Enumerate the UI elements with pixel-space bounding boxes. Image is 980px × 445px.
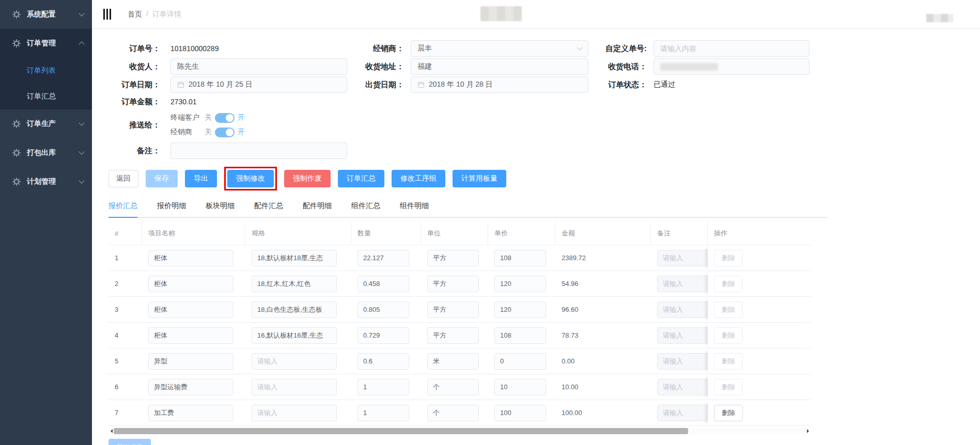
toolbar-button-返回[interactable]: 返回 <box>108 170 138 187</box>
gear-icon <box>12 120 21 128</box>
ship-date-picker[interactable]: 2018 年 10 月 28 日 <box>411 76 588 93</box>
add-item-button[interactable]: 新增项目 <box>108 439 151 445</box>
toggle-knob <box>226 129 234 136</box>
phone-input[interactable] <box>654 58 810 75</box>
unit-input[interactable] <box>427 301 479 318</box>
scrollbar-thumb[interactable] <box>114 428 688 434</box>
censored-phone-value <box>660 63 718 71</box>
tab-组件汇总[interactable]: 组件汇总 <box>351 196 380 217</box>
quantity-input[interactable] <box>357 353 409 370</box>
remark-input[interactable] <box>170 142 347 159</box>
ship-date-value: 2018 年 10 月 28 日 <box>429 80 493 89</box>
sidebar-item-label: 计划管理 <box>27 177 80 186</box>
toolbar-button-导出[interactable]: 导出 <box>185 170 217 187</box>
unit-price-input[interactable] <box>494 405 546 421</box>
quantity-input[interactable] <box>357 327 409 344</box>
tab-报价明细[interactable]: 报价明细 <box>157 196 186 217</box>
unit-input[interactable] <box>427 276 479 292</box>
unit-input[interactable] <box>427 379 479 395</box>
toggle-switch[interactable] <box>215 128 235 137</box>
row-index: 3 <box>108 297 142 322</box>
spec-input[interactable] <box>252 327 337 344</box>
custom-no-input[interactable] <box>654 40 810 57</box>
sidebar-subitem-订单列表[interactable]: 订单列表 <box>0 58 92 84</box>
unit-price-input[interactable] <box>494 353 546 370</box>
breadcrumb-home[interactable]: 首页 <box>128 10 142 18</box>
horizontal-scrollbar[interactable] <box>108 427 811 435</box>
item-name-input[interactable] <box>148 301 234 318</box>
calendar-icon <box>177 81 184 88</box>
item-name-input[interactable] <box>148 276 234 292</box>
toolbar-button-保存[interactable]: 保存 <box>146 170 178 187</box>
quantity-input[interactable] <box>357 276 409 292</box>
sidebar-item-打包出库[interactable]: 打包出库 <box>0 138 92 167</box>
unit-price-input[interactable] <box>494 327 546 344</box>
unit-input[interactable] <box>427 327 479 344</box>
order-no-value: 101810000289 <box>170 44 347 53</box>
unit-input[interactable] <box>427 405 479 421</box>
item-name-input[interactable] <box>148 250 234 266</box>
unit-price-input[interactable] <box>494 301 546 318</box>
sidebar-item-系统配置[interactable]: 系统配置 <box>0 0 92 29</box>
address-input[interactable] <box>411 58 588 75</box>
toggle-switch[interactable] <box>215 113 235 123</box>
sidebar: 系统配置订单管理订单列表订单汇总订单生产打包出库计划管理 <box>0 0 92 445</box>
sidebar-item-订单管理[interactable]: 订单管理 <box>0 29 92 58</box>
spec-input[interactable] <box>252 405 337 421</box>
unit-price-input[interactable] <box>494 250 546 266</box>
toolbar-button-修改工序组[interactable]: 修改工序组 <box>392 170 445 187</box>
tab-板块明细[interactable]: 板块明细 <box>206 196 235 217</box>
item-name-input[interactable] <box>148 405 234 421</box>
quantity-input[interactable] <box>357 250 409 266</box>
row-remark-input <box>657 276 708 292</box>
column-header: 单价 <box>488 222 555 245</box>
spec-input[interactable] <box>252 353 337 370</box>
dealer-select[interactable]: 晨丰 <box>411 40 588 57</box>
column-header: 单位 <box>421 222 488 245</box>
tab-配件明细[interactable]: 配件明细 <box>303 196 332 217</box>
amount-value: 2730.01 <box>170 98 197 106</box>
order-date-picker[interactable]: 2018 年 10 月 25 日 <box>170 76 347 93</box>
item-name-input[interactable] <box>148 327 234 344</box>
unit-price-input[interactable] <box>494 276 546 292</box>
item-name-input[interactable] <box>148 379 234 395</box>
item-name-input[interactable] <box>148 353 234 370</box>
spec-input[interactable] <box>252 276 337 292</box>
sidebar-subitem-订单汇总[interactable]: 订单汇总 <box>0 84 92 109</box>
top-bar: 首页/订单详情 <box>92 0 980 29</box>
unit-price-input[interactable] <box>494 379 546 395</box>
tab-配件汇总[interactable]: 配件汇总 <box>254 196 283 217</box>
row-index: 4 <box>108 323 142 348</box>
consignee-input[interactable] <box>170 58 347 75</box>
toolbar-button-订单汇总[interactable]: 订单汇总 <box>338 170 384 187</box>
quantity-input[interactable] <box>357 405 409 421</box>
quantity-input[interactable] <box>357 379 409 395</box>
breadcrumb-current: 订单详情 <box>152 10 181 18</box>
phone-label: 收货电话： <box>588 62 647 72</box>
quantity-input[interactable] <box>357 301 409 318</box>
sidebar-item-label: 订单管理 <box>27 39 80 48</box>
tab-报价汇总[interactable]: 报价汇总 <box>108 196 137 218</box>
toolbar-button-强制修改[interactable]: 强制修改 <box>227 170 274 187</box>
toolbar-button-强制作废[interactable]: 强制作废 <box>284 170 331 187</box>
ship-date-label: 出货日期： <box>347 80 404 90</box>
unit-input[interactable] <box>427 250 479 266</box>
spec-input[interactable] <box>252 379 337 395</box>
toggle-on-label: 开 <box>238 113 245 122</box>
amount-label: 订单金额： <box>108 97 160 107</box>
spec-input[interactable] <box>252 301 337 318</box>
delete-row-button[interactable]: 删除 <box>714 405 743 421</box>
scroll-left-arrow-icon[interactable] <box>108 429 113 433</box>
scroll-right-arrow-icon[interactable] <box>807 429 811 433</box>
column-header: 规格 <box>245 222 351 245</box>
sidebar-item-计划管理[interactable]: 计划管理 <box>0 167 92 196</box>
order-form: 订单号： 101810000289 经销商： 晨丰 自定义单号: 收货人： 收货… <box>92 29 980 159</box>
sidebar-item-label: 打包出库 <box>27 148 80 157</box>
tab-组件明细[interactable]: 组件明细 <box>400 196 429 217</box>
toolbar-button-计算用板量[interactable]: 计算用板量 <box>453 170 506 187</box>
sidebar-item-订单生产[interactable]: 订单生产 <box>0 109 92 138</box>
spec-input[interactable] <box>252 250 337 266</box>
sidebar-collapse-icon[interactable] <box>103 9 111 20</box>
scrollbar-track[interactable] <box>114 428 806 434</box>
unit-input[interactable] <box>427 353 479 370</box>
